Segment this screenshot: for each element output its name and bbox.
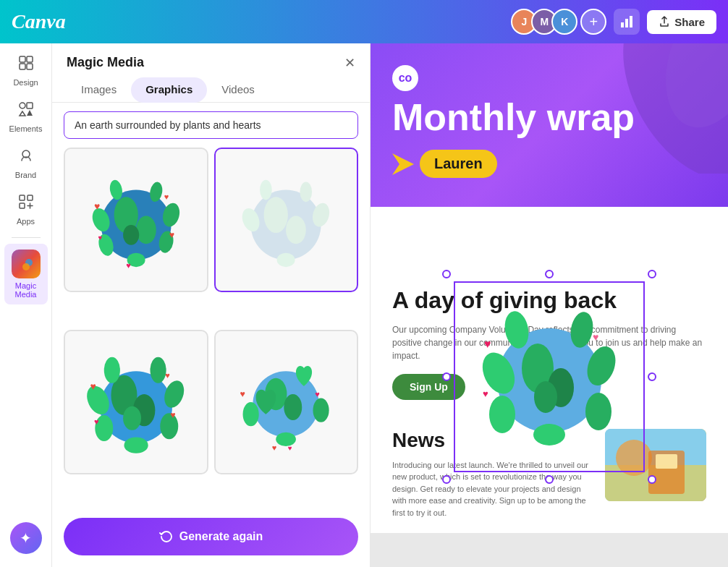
banner-logo-icon: co xyxy=(392,65,418,91)
news-description: Introducing our latest launch. We're thr… xyxy=(392,459,591,519)
svg-text:♥: ♥ xyxy=(165,371,170,380)
sidebar-item-label: Brand xyxy=(15,171,36,179)
content-area: A day of giving back Our upcoming Compan… xyxy=(371,207,728,414)
refresh-icon xyxy=(159,529,174,544)
svg-text:♥: ♥ xyxy=(126,260,131,269)
svg-text:♥: ♥ xyxy=(288,443,292,451)
sidebar-item-elements[interactable]: Elements xyxy=(4,95,48,139)
svg-text:♥: ♥ xyxy=(272,443,277,451)
sidebar-item-label: Design xyxy=(13,78,38,87)
panel-title: Magic Media xyxy=(67,55,144,70)
sidebar-item-label: Magic Media xyxy=(7,281,45,299)
svg-point-87 xyxy=(533,424,565,446)
svg-rect-7 xyxy=(20,103,25,108)
svg-rect-8 xyxy=(27,103,33,108)
svg-rect-5 xyxy=(20,64,25,69)
panel-header: Magic Media ✕ xyxy=(52,43,370,77)
panel-tabs: Images Graphics Videos xyxy=(52,77,370,103)
svg-text:♥: ♥ xyxy=(483,388,488,399)
svg-point-36 xyxy=(251,189,321,260)
svg-text:♥: ♥ xyxy=(484,338,491,350)
banner-name-tag: Lauren xyxy=(420,150,497,178)
chart-icon xyxy=(620,15,633,28)
sidebar-item-design[interactable]: Design xyxy=(4,49,48,93)
svg-point-85 xyxy=(489,396,515,433)
image-grid: ♥ ♥ ♥ ♥ ♥ xyxy=(52,148,370,506)
share-button[interactable]: Share xyxy=(647,10,716,34)
add-collaborator-button[interactable]: + xyxy=(580,9,606,35)
svg-text:♥: ♥ xyxy=(240,389,245,399)
svg-text:♥: ♥ xyxy=(593,331,598,343)
sidebar-item-magic-media[interactable]: Magic Media xyxy=(4,244,48,304)
globe-graphic: ♥ ♥ ♥ ♥ ♥ xyxy=(462,290,636,464)
svg-rect-92 xyxy=(656,454,677,469)
tab-videos[interactable]: Videos xyxy=(207,77,269,103)
svg-rect-4 xyxy=(27,56,33,62)
sidebar-item-apps[interactable]: Apps xyxy=(4,188,48,231)
graphic-result-4[interactable]: ♥ ♥ ♥ ♥ xyxy=(214,330,359,474)
apps-icon xyxy=(18,194,34,214)
svg-marker-10 xyxy=(27,110,33,116)
canvas-content: co Monthly wrap Lauren A day of giving b xyxy=(371,43,728,567)
search-area xyxy=(52,111,370,148)
svg-point-22 xyxy=(136,216,156,244)
svg-text:♥: ♥ xyxy=(315,390,320,398)
svg-point-64 xyxy=(276,432,296,446)
svg-point-51 xyxy=(150,357,166,383)
svg-text:♥: ♥ xyxy=(169,230,174,240)
brand-icon xyxy=(18,148,34,168)
svg-marker-71 xyxy=(392,153,414,175)
app-logo: Canva xyxy=(12,10,66,33)
banner-decoration xyxy=(569,43,728,174)
magic-media-panel: Magic Media ✕ Images Graphics Videos xyxy=(52,43,371,567)
banner-section: co Monthly wrap Lauren xyxy=(371,43,728,207)
svg-marker-9 xyxy=(20,111,25,116)
main-layout: Design Elements Brand xyxy=(0,43,728,567)
svg-point-37 xyxy=(264,197,288,233)
svg-point-23 xyxy=(123,225,139,245)
topbar-right: J M K + Share xyxy=(511,9,716,35)
avatar-group: J M K + xyxy=(511,9,606,35)
tab-graphics[interactable]: Graphics xyxy=(131,77,207,103)
generate-again-button[interactable]: Generate again xyxy=(64,518,358,555)
svg-point-38 xyxy=(286,216,306,244)
canvas-area: co Monthly wrap Lauren A day of giving b xyxy=(371,43,728,567)
sidebar-item-label: Elements xyxy=(9,124,43,133)
generate-label: Generate again xyxy=(179,530,263,543)
svg-rect-13 xyxy=(27,195,33,200)
svg-point-86 xyxy=(585,393,611,430)
elements-icon xyxy=(18,101,34,122)
sidebar-divider xyxy=(12,237,41,238)
svg-point-47 xyxy=(123,406,141,430)
close-button[interactable]: ✕ xyxy=(344,56,355,69)
avatar: K xyxy=(551,9,577,35)
topbar: Canva J M K + Share xyxy=(0,0,728,43)
svg-rect-2 xyxy=(630,16,632,27)
svg-text:♥: ♥ xyxy=(164,192,169,201)
svg-point-41 xyxy=(260,179,272,200)
tab-images[interactable]: Images xyxy=(67,77,131,103)
svg-text:♥: ♥ xyxy=(94,417,99,425)
svg-rect-0 xyxy=(621,22,624,27)
design-icon xyxy=(18,55,34,75)
svg-point-42 xyxy=(300,182,313,202)
graphic-result-1[interactable]: ♥ ♥ ♥ ♥ ♥ xyxy=(64,148,208,292)
svg-rect-1 xyxy=(625,19,628,27)
svg-point-50 xyxy=(103,357,119,383)
analytics-button[interactable] xyxy=(614,9,640,35)
graphic-result-3[interactable]: ♥ ♥ ♥ ♥ xyxy=(64,330,208,474)
search-input[interactable] xyxy=(64,111,358,139)
svg-point-63 xyxy=(313,398,329,422)
sidebar: Design Elements Brand xyxy=(0,43,52,567)
svg-rect-12 xyxy=(20,195,25,200)
svg-text:♥: ♥ xyxy=(94,200,100,212)
graphic-result-2[interactable] xyxy=(214,148,359,292)
signup-button[interactable]: Sign Up xyxy=(392,374,465,400)
selected-globe[interactable]: ♥ ♥ ♥ ♥ ♥ xyxy=(462,290,636,464)
sidebar-item-brand[interactable]: Brand xyxy=(4,142,48,185)
svg-rect-3 xyxy=(20,56,25,62)
svg-point-61 xyxy=(284,394,302,420)
sparkle-button[interactable]: ✦ xyxy=(10,522,42,554)
svg-text:♥: ♥ xyxy=(170,410,175,420)
svg-text:♥: ♥ xyxy=(90,380,96,392)
